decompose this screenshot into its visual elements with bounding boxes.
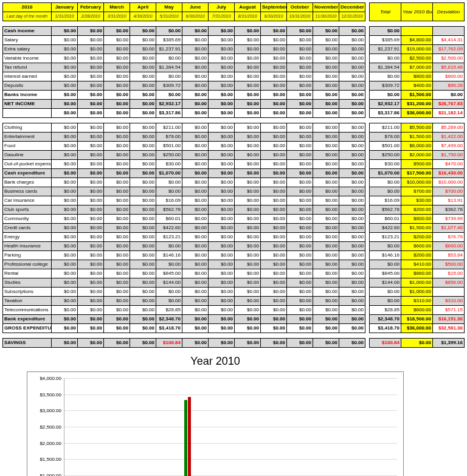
summary-row: $0.00$310.00$310.00: [370, 297, 465, 306]
table-row: Credit cards$0.00$0.00$0.00$0.00$422.60$…: [3, 224, 365, 233]
table-row: NET INCOME$0.00$0.00$0.00$0.00$2,932.17$…: [3, 100, 365, 109]
summary-row: $385.69$4,800.00$4,414.31: [370, 36, 465, 45]
table-row: GROSS EXPENDITURE$0.00$0.00$0.00$0.00$3,…: [3, 324, 365, 333]
table-row: Clothing$0.00$0.00$0.00$0.00$211.00$0.00…: [3, 123, 365, 133]
table-row: Bank charges$0.00$0.00$0.00$0.00$0.00$0.…: [3, 178, 365, 187]
summary-row: $144.00$1,000.00$856.00: [370, 278, 465, 288]
table-row: Parking$0.00$0.00$0.00$0.00$146.16$0.00$…: [3, 251, 365, 260]
summary-row: $501.00$8,000.00$7,499.00: [370, 142, 465, 151]
summary-row: $0.00$700.00$700.00: [370, 187, 465, 196]
table-row: SAVINGS$0.00$0.00$0.00$0.00$100.84$0.00$…: [3, 339, 365, 348]
chart-title: Year 2010: [27, 355, 404, 368]
summary-row: $0.00$800.00$800.00: [370, 72, 465, 81]
summary-row: $309.72$400.00$90.28: [370, 81, 465, 91]
table-row: Car insurance$0.00$0.00$0.00$0.00$16.09$…: [3, 196, 365, 205]
summary-row: $146.16$200.00$53.84: [370, 251, 465, 260]
summary-row: $0.00$1,500.00$0.00: [370, 91, 465, 100]
table-row: Out-of-pocket expenses$0.00$0.00$0.00$0.…: [3, 160, 365, 169]
summary-row: $0.00$2,500.00$2,500.00: [370, 54, 465, 63]
summary-row: $211.00$5,500.00$5,289.00: [370, 123, 465, 133]
summary-row: $78.00$1,500.00$1,422.00: [370, 133, 465, 142]
summary-row: $1,070.00$17,500.00$16,430.00: [370, 169, 465, 178]
budget-sheet: 2010JanuaryFebruaryMarchAprilMayJuneJuly…: [2, 2, 465, 476]
bar: [184, 400, 187, 476]
summary-row: $123.21$200.00$76.79: [370, 233, 465, 242]
summary-row: $0.00$600.00$600.00: [370, 242, 465, 251]
table-row: Professional college$0.00$0.00$0.00$0.00…: [3, 260, 365, 269]
table-row: Studies$0.00$0.00$0.00$0.00$144.00$0.00$…: [3, 278, 365, 288]
table-row: Cash income$0.00$0.00$0.00$0.00$0.00$0.0…: [3, 27, 365, 36]
table-row: Variable income$0.00$0.00$0.00$0.00$0.00…: [3, 54, 365, 63]
summary-row: $562.78$200.00$362.78: [370, 205, 465, 215]
table-row: Subscriptions$0.00$0.00$0.00$0.00$0.00$0…: [3, 288, 365, 297]
table-row: Bank expenditure$0.00$0.00$0.00$0.00$2,3…: [3, 315, 365, 324]
summary-row: $0.00$410.00$500.00: [370, 260, 465, 269]
table-row: Deposits$0.00$0.00$0.00$0.00$309.72$0.00…: [3, 81, 365, 91]
summary-row: $0.00: [370, 27, 465, 36]
table-row: Salary$0.00$0.00$0.00$0.00$385.69$0.00$0…: [3, 36, 365, 45]
table-row: Gasoline$0.00$0.00$0.00$0.00$250.00$0.00…: [3, 151, 365, 160]
table-row: Business cards$0.00$0.00$0.00$0.00$0.00$…: [3, 187, 365, 196]
table-row: Club sports$0.00$0.00$0.00$0.00$562.78$0…: [3, 205, 365, 215]
summary-row: $3,418.70$36,000.00$32,581.30: [370, 324, 465, 333]
summary-row: $30.00$500.00$470.00: [370, 160, 465, 169]
table-row: Community$0.00$0.00$0.00$0.00$60.01$0.00…: [3, 215, 365, 224]
table-row: Interest earned$0.00$0.00$0.00$0.00$0.00…: [3, 72, 365, 81]
summary-row: $250.00$2,000.00$1,750.00: [370, 151, 465, 160]
table-row: Telecommunications$0.00$0.00$0.00$0.00$2…: [3, 306, 365, 315]
table-row: Health insurance$0.00$0.00$0.00$0.00$0.0…: [3, 242, 365, 251]
summary-row: $1,384.54$7,000.00$5,615.46: [370, 63, 465, 72]
summary-row: $2,932.17$31,200.00$26,767.83: [370, 100, 465, 109]
summary-row: $0.00$10,000.00$10,000.00: [370, 178, 465, 187]
summary-row: $28.85$600.00$571.15: [370, 306, 465, 315]
table-row: Banks income$0.00$0.00$0.00$0.00$0.00$0.…: [3, 91, 365, 100]
summary-row: $845.00$860.00$15.00: [370, 269, 465, 278]
summary-row: $2,348.70$18,500.00$16,151.30: [370, 315, 465, 324]
summary-row: $3,317.86$36,000.00$31,182.14: [370, 109, 465, 118]
chart-container: Year 2010 ($500.00)$0.00$500.00$1,000.00…: [27, 355, 404, 476]
summary-row: $60.01$800.00$739.99: [370, 215, 465, 224]
bar: [188, 397, 191, 476]
summary-table: TotalYear 2010 BudgetDesviation$0.00$385…: [369, 2, 465, 348]
table-row: Energy$0.00$0.00$0.00$0.00$123.21$0.00$0…: [3, 233, 365, 242]
table-row: Taxation$0.00$0.00$0.00$0.00$0.00$0.00$0…: [3, 297, 365, 306]
summary-row: $16.09$30.00$13.91: [370, 196, 465, 205]
table-row: Extra salary$0.00$0.00$0.00$0.00$1,237.9…: [3, 45, 365, 54]
summary-row: $422.60$1,500.00$1,077.40: [370, 224, 465, 233]
table-row: $0.00$0.00$0.00$0.00$3,317.86$0.00$0.00$…: [3, 109, 365, 118]
table-row: Food$0.00$0.00$0.00$0.00$501.00$0.00$0.0…: [3, 142, 365, 151]
table-row: Tax refund$0.00$0.00$0.00$0.00$1,384.54$…: [3, 63, 365, 72]
table-row: Rental$0.00$0.00$0.00$0.00$845.00$0.00$0…: [3, 269, 365, 278]
summary-row: $1,237.91$19,000.00$17,762.09: [370, 45, 465, 54]
table-row: Entertainment$0.00$0.00$0.00$0.00$78.00$…: [3, 133, 365, 142]
main-table: 2010JanuaryFebruaryMarchAprilMayJuneJuly…: [2, 2, 365, 348]
bar-chart: ($500.00)$0.00$500.00$1,000.00$1,500.00$…: [27, 371, 404, 476]
summary-row: $0.00$1,000.00: [370, 288, 465, 297]
summary-row: $100.84$0.00$1,399.16: [370, 339, 465, 348]
table-row: Cash expenditure$0.00$0.00$0.00$0.00$1,0…: [3, 169, 365, 178]
